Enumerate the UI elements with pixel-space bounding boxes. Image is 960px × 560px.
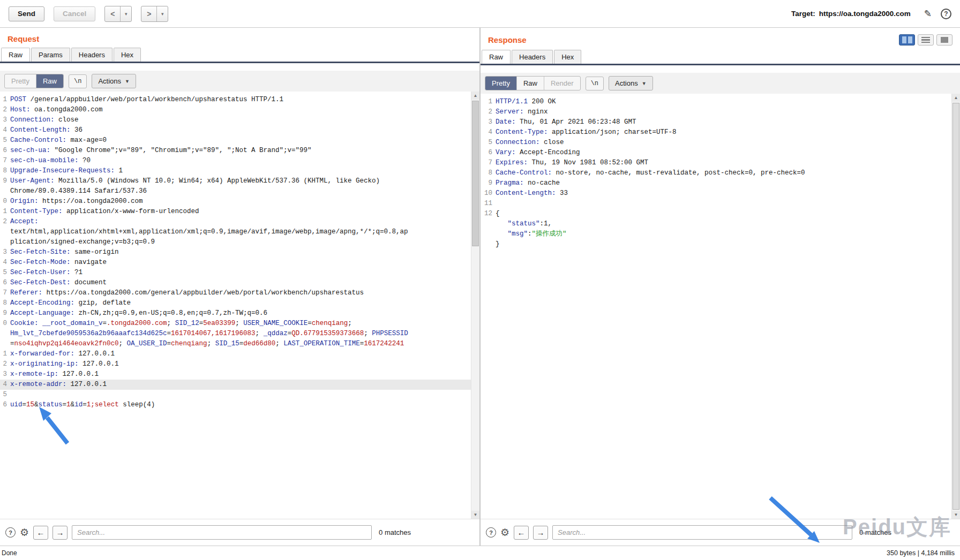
editor-line: 7Expires: Thu, 19 Nov 1981 08:52:00 GMT [481, 158, 951, 168]
single-pane-icon [941, 37, 948, 43]
back-button[interactable]: < [105, 6, 120, 21]
editor-line: 5Cache-Control: max-age=0 [0, 135, 471, 146]
help-icon[interactable]: ? [941, 9, 951, 19]
response-tab-raw[interactable]: Raw [482, 50, 511, 64]
response-actions-button[interactable]: Actions ▼ [609, 76, 653, 90]
topbar: Send Cancel < ▾ > ▾ Target: https://oa.t… [0, 0, 960, 28]
editor-line: =nso4iqhvp2qi464eoavk2fn0c0; OA_USER_ID=… [0, 339, 471, 349]
response-view-toolbar: PrettyRawRender \n Actions ▼ [481, 73, 960, 94]
request-tab-headers[interactable]: Headers [71, 48, 112, 62]
editor-line: 2Accept: [0, 217, 471, 227]
response-search-input[interactable] [552, 525, 852, 540]
request-scrollbar[interactable]: ▲ ▼ [471, 92, 479, 519]
cancel-button[interactable]: Cancel [54, 6, 95, 21]
request-editor-lines: 1POST /general/appbuilder/web/portal/wor… [0, 95, 479, 410]
response-actions-label: Actions [615, 79, 638, 87]
scroll-down-icon[interactable]: ▼ [471, 511, 479, 519]
request-newline-toggle-button[interactable]: \n [69, 74, 87, 88]
chevron-down-icon: ▼ [125, 79, 130, 84]
response-view-pretty-button[interactable]: Pretty [485, 77, 517, 90]
statusbar: Done 350 bytes | 4,184 millis [0, 546, 960, 560]
response-view-render-button[interactable]: Render [544, 77, 580, 90]
request-search-input[interactable] [72, 525, 372, 540]
editor-line: 2x-originating-ip: 127.0.0.1 [0, 359, 471, 369]
columns-icon [902, 36, 906, 43]
history-back-split-button: < ▾ [104, 6, 132, 22]
editor-line: 9Pragma: no-cache [481, 178, 951, 188]
main-split: Request RawParamsHeadersHex PrettyRaw \n… [0, 28, 960, 546]
search-help-icon[interactable]: ? [5, 527, 16, 538]
request-actions-label: Actions [98, 77, 121, 85]
columns-icon [908, 36, 912, 43]
scrollbar-thumb[interactable] [952, 103, 959, 510]
response-tab-headers[interactable]: Headers [512, 50, 553, 64]
editor-line: 6Vary: Accept-Encoding [481, 148, 951, 158]
editor-line: } [481, 239, 951, 249]
chevron-down-icon: ▼ [642, 81, 647, 86]
scroll-up-icon[interactable]: ▲ [952, 94, 960, 102]
request-editor[interactable]: 1POST /general/appbuilder/web/portal/wor… [0, 92, 479, 519]
editor-line: 4Content-Type: application/json; charset… [481, 127, 951, 138]
response-editor[interactable]: 1HTTP/1.1 200 OK2Server: nginx3Date: Thu… [481, 94, 960, 519]
request-title: Request [8, 34, 39, 43]
editor-line: 12{ [481, 209, 951, 219]
search-next-button[interactable]: → [52, 526, 68, 540]
editor-line: 8Upgrade-Insecure-Requests: 1 [0, 166, 471, 176]
forward-dropdown-icon[interactable]: ▾ [156, 6, 168, 21]
editor-line: 11 [481, 199, 951, 209]
editor-line: 4x-remote-addr: 127.0.0.1 [0, 380, 471, 390]
response-match-count: 0 matches [859, 528, 891, 536]
layout-columns-button[interactable] [899, 34, 915, 46]
response-scrollbar[interactable]: ▲ ▼ [951, 94, 960, 519]
search-prev-button[interactable]: ← [33, 526, 48, 540]
editor-line: 4Sec-Fetch-Mode: navigate [0, 258, 471, 268]
response-newline-toggle-button[interactable]: \n [586, 77, 604, 90]
request-tab-params[interactable]: Params [31, 48, 70, 62]
response-editor-lines: 1HTTP/1.1 200 OK2Server: nginx3Date: Thu… [481, 97, 960, 249]
send-button[interactable]: Send [9, 6, 44, 21]
scrollbar-thumb[interactable] [472, 101, 479, 246]
search-prev-button[interactable]: ← [514, 526, 529, 540]
request-view-toggle-group: PrettyRaw [4, 74, 64, 88]
response-view-raw-button[interactable]: Raw [517, 77, 544, 90]
request-view-raw-button[interactable]: Raw [36, 74, 63, 88]
request-tab-raw[interactable]: Raw [1, 48, 30, 62]
layout-single-button[interactable] [936, 34, 952, 46]
request-tab-hex[interactable]: Hex [114, 48, 141, 62]
editor-line: plication/signed-exchange;v=b3;q=0.9 [0, 237, 471, 247]
response-panel-header: Response [481, 28, 960, 50]
target-label: Target: [791, 10, 815, 18]
back-dropdown-icon[interactable]: ▾ [120, 6, 131, 21]
scroll-down-icon[interactable]: ▼ [952, 511, 960, 519]
editor-line: Hm_lvt_7cbefde9059536a2b96aaafc134d625c=… [0, 329, 471, 339]
search-settings-gear-icon[interactable]: ⚙ [500, 527, 509, 538]
search-help-icon[interactable]: ? [486, 527, 496, 538]
request-findbar: ? ⚙ ← → 0 matches [0, 519, 479, 546]
editor-line: 1HTTP/1.1 200 OK [481, 97, 951, 107]
response-tab-hex[interactable]: Hex [554, 50, 581, 64]
editor-line: Chrome/89.0.4389.114 Safari/537.36 [0, 186, 471, 196]
edit-target-pencil-icon[interactable]: ✎ [924, 8, 932, 19]
editor-line: "msg":"操作成功" [481, 229, 951, 239]
response-tabs: RawHeadersHex [481, 50, 960, 65]
request-actions-button[interactable]: Actions ▼ [92, 74, 136, 88]
request-view-pretty-button[interactable]: Pretty [5, 74, 36, 88]
request-match-count: 0 matches [379, 528, 411, 536]
layout-switcher [899, 34, 952, 46]
editor-line: "status":1, [481, 219, 951, 229]
editor-line: 5Sec-Fetch-User: ?1 [0, 268, 471, 278]
response-view-toggle-group: PrettyRawRender [485, 76, 581, 90]
editor-line: 3Connection: close [0, 115, 471, 125]
response-size-timing: 350 bytes | 4,184 millis [887, 549, 955, 557]
editor-line: 10Content-Length: 33 [481, 188, 951, 199]
layout-rows-button[interactable] [918, 34, 934, 46]
editor-line: 0Cookie: __root_domain_v=.tongda2000.com… [0, 319, 471, 329]
rows-icon [921, 37, 930, 43]
scroll-up-icon[interactable]: ▲ [471, 92, 479, 100]
editor-line: 1POST /general/appbuilder/web/portal/wor… [0, 95, 471, 105]
forward-button[interactable]: > [141, 6, 156, 21]
search-settings-gear-icon[interactable]: ⚙ [20, 527, 29, 538]
search-next-button[interactable]: → [533, 526, 548, 540]
editor-line: 7sec-ch-ua-mobile: ?0 [0, 156, 471, 166]
request-panel-header: Request [0, 28, 479, 48]
